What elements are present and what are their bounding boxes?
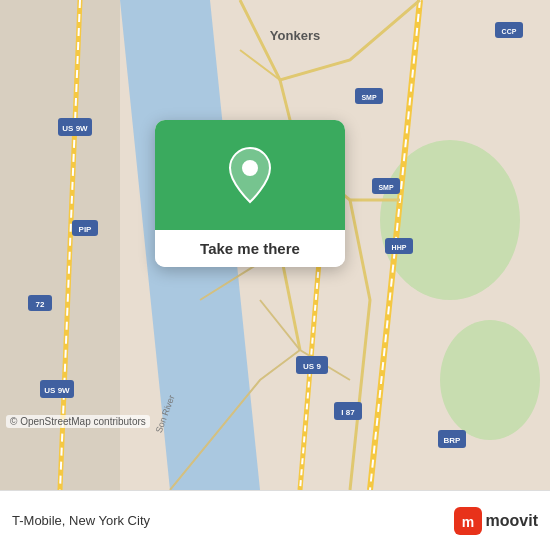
popup-green-area bbox=[155, 120, 345, 230]
app: US 9W US 9W PIP 72 SMP SMP HHP CCP bbox=[0, 0, 550, 550]
bottom-bar: T-Mobile, New York City m moovit bbox=[0, 490, 550, 550]
map-attribution: © OpenStreetMap contributors bbox=[6, 415, 150, 428]
svg-text:HHP: HHP bbox=[392, 244, 407, 251]
map-container: US 9W US 9W PIP 72 SMP SMP HHP CCP bbox=[0, 0, 550, 490]
popup-card: Take me there bbox=[155, 120, 345, 267]
svg-point-31 bbox=[242, 160, 258, 176]
svg-text:Yonkers: Yonkers bbox=[270, 28, 320, 43]
svg-text:US 9W: US 9W bbox=[62, 124, 88, 133]
svg-text:US 9W: US 9W bbox=[44, 386, 70, 395]
svg-text:SMP: SMP bbox=[378, 184, 394, 191]
svg-point-3 bbox=[440, 320, 540, 440]
moovit-text: moovit bbox=[486, 512, 538, 530]
svg-text:BRP: BRP bbox=[444, 436, 462, 445]
location-label: T-Mobile, New York City bbox=[12, 513, 150, 528]
svg-text:CCP: CCP bbox=[502, 28, 517, 35]
svg-text:m: m bbox=[461, 514, 473, 530]
location-pin-icon bbox=[225, 145, 275, 205]
moovit-icon: m bbox=[454, 507, 482, 535]
bottom-info: T-Mobile, New York City bbox=[12, 513, 454, 528]
take-me-there-button[interactable]: Take me there bbox=[155, 230, 345, 267]
svg-text:I 87: I 87 bbox=[341, 408, 355, 417]
svg-text:SMP: SMP bbox=[361, 94, 377, 101]
svg-text:PIP: PIP bbox=[79, 225, 93, 234]
moovit-logo: m moovit bbox=[454, 507, 538, 535]
svg-text:US 9: US 9 bbox=[303, 362, 321, 371]
svg-text:72: 72 bbox=[36, 300, 45, 309]
